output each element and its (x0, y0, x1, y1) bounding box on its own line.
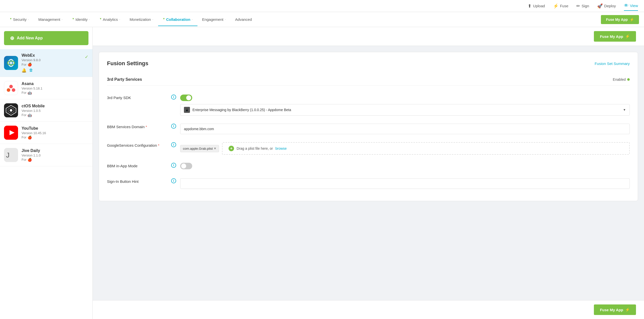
ctos-platform-icon: 🤖 (28, 113, 32, 117)
webex-info: WebEx Version 9.8.0 For 🍎 🔔 🗑 (22, 53, 88, 73)
add-new-app-button[interactable]: ⊕ Add New App (4, 31, 88, 45)
asana-platform-icon: 🤖 (28, 91, 32, 95)
tab-security[interactable]: ▼ Security • (5, 13, 34, 26)
fuse-my-app-top-label: Fuse My App (606, 18, 628, 22)
tab-analytics-label: Analytics (103, 17, 118, 22)
third-party-section-header: 3rd Party Services Enabled (107, 74, 630, 86)
toolbar-sign-label: Sign (582, 4, 589, 8)
fusion-settings-title: Fusion Settings (107, 60, 148, 67)
webex-trash-icon[interactable]: 🗑 (29, 68, 33, 73)
toolbar-sign[interactable]: ✏ Sign (576, 1, 589, 11)
app-item-jive[interactable]: J Jive Daily Version 1.1.0 For 🍎 (0, 144, 92, 166)
sdk-toggle[interactable] (180, 95, 192, 101)
enabled-badge: Enabled (613, 77, 630, 82)
tab-monetization[interactable]: Monetization • (125, 13, 158, 26)
asana-version: Version 5.18.1 (22, 87, 88, 90)
app-item-webex[interactable]: WebEx Version 9.8.0 For 🍎 🔔 🗑 ✓ (0, 49, 92, 77)
fusion-set-summary-link[interactable]: Fusion Set Summary (595, 61, 630, 66)
tab-analytics[interactable]: ▼ Analytics • (95, 13, 125, 26)
google-config-info-icon[interactable]: i (171, 142, 176, 147)
toolbar-fuse[interactable]: ⚡ Fuse (553, 1, 568, 11)
upload-icon: ⬆ (528, 3, 531, 9)
sdk-info-icon[interactable]: i (171, 95, 176, 100)
svg-point-3 (10, 62, 12, 64)
dot-identity: • (89, 18, 90, 21)
drop-zone-plus-icon: + (229, 146, 234, 151)
browse-link[interactable]: browse (275, 146, 287, 150)
webex-bell-icon[interactable]: 🔔 (22, 68, 27, 73)
tab-advanced-label: Advanced (235, 17, 252, 22)
tab-advanced[interactable]: Advanced (231, 13, 256, 26)
app-item-asana[interactable]: Asana Version 5.18.1 For 🤖 (0, 77, 92, 99)
ctos-info: ctOS Mobile Version 1.0.5 For 🤖 (22, 104, 88, 117)
sdk-label-text: 3rd Party SDK (107, 96, 131, 100)
security-arrow: ▼ (10, 17, 12, 20)
bbm-domain-info-icon[interactable]: i (171, 124, 176, 129)
bbm-mode-label: BBM in-App Mode (107, 163, 167, 168)
fuse-my-app-button-top[interactable]: Fuse My App ⚡ (594, 31, 636, 42)
toolbar-deploy-label: Deploy (604, 4, 616, 8)
fusion-settings: Fusion Settings Fusion Set Summary 3rd P… (99, 52, 638, 201)
tab-management-label: Management (38, 17, 60, 22)
asana-platform: For 🤖 (22, 91, 88, 95)
tab-identity-label: Identity (75, 17, 87, 22)
toolbar-view[interactable]: 👁 View (624, 1, 638, 11)
app-item-youtube[interactable]: YouTube Version 10.45.16 For 🍎 (0, 122, 92, 144)
ctos-icon (4, 103, 18, 117)
toolbar-upload[interactable]: ⬆ Upload (528, 1, 545, 11)
fuse-icon: ⚡ (553, 3, 559, 9)
sdk-control: 📱 Enterprise Messaging by BlackBerry (1.… (180, 95, 630, 116)
top-fuse-bar: Fuse My App ⚡ (93, 27, 644, 46)
signin-hint-control (180, 178, 630, 189)
bbm-mode-toggle[interactable] (180, 163, 192, 169)
sdk-dropdown-left: 📱 Enterprise Messaging by BlackBerry (1.… (184, 107, 291, 113)
fuse-my-app-btn-label-bottom: Fuse My App (600, 308, 623, 312)
add-plus-icon: ⊕ (10, 35, 14, 41)
tab-collaboration[interactable]: ▼ Collaboration • (158, 13, 197, 26)
dot-analytics: • (119, 18, 120, 21)
analytics-arrow: ▼ (99, 17, 102, 20)
google-config-label-text: GoogleServices Configuration (107, 143, 157, 147)
signin-hint-row: Sign-In Button Hint i (107, 174, 630, 193)
tab-engagement[interactable]: Engagement • (197, 13, 231, 26)
svg-text:J: J (6, 151, 10, 159)
app-item-ctos[interactable]: ctOS Mobile Version 1.0.5 For 🤖 (0, 99, 92, 122)
bbm-mode-info-icon[interactable]: i (171, 163, 176, 168)
youtube-info: YouTube Version 10.45.16 For 🍎 (22, 126, 88, 139)
file-tag: com.apple.Grab.plist ✕ (180, 145, 219, 152)
signin-hint-input[interactable] (180, 178, 630, 189)
identity-arrow: ▼ (72, 17, 74, 20)
sdk-label: 3rd Party SDK (107, 95, 167, 100)
toolbar-fuse-label: Fuse (560, 4, 568, 8)
webex-actions: 🔔 🗑 (22, 68, 88, 73)
sdk-dropdown[interactable]: 📱 Enterprise Messaging by BlackBerry (1.… (180, 104, 630, 116)
dot-security: • (28, 18, 29, 21)
signin-hint-info-icon[interactable]: i (171, 178, 176, 183)
youtube-icon (4, 126, 18, 140)
sdk-row: 3rd Party SDK i 📱 Enterprise Messaging b… (107, 91, 630, 120)
content-area: Fuse My App ⚡ Fusion Settings Fusion Set… (93, 27, 644, 319)
sdk-dropdown-value: Enterprise Messaging by BlackBerry (1.0.… (192, 108, 291, 112)
drop-zone[interactable]: + Drag a plist file here, or browse (222, 142, 630, 155)
sidebar: ⊕ Add New App WebEx Version 9.8.0 (0, 27, 93, 319)
fuse-my-app-top-button[interactable]: Fuse My App ⚡ (601, 15, 639, 24)
fuse-my-app-button-bottom[interactable]: Fuse My App ⚡ (594, 304, 636, 315)
tab-management[interactable]: Management • (34, 13, 67, 26)
bbm-domain-input[interactable] (180, 124, 630, 134)
fuse-my-app-btn-label-top: Fuse My App (600, 34, 623, 39)
webex-name: WebEx (22, 53, 88, 58)
google-config-control: com.apple.Grab.plist ✕ + Drag a plist fi… (180, 142, 630, 155)
jive-info: Jive Daily Version 1.1.0 For 🍎 (22, 148, 88, 162)
fusion-settings-header: Fusion Settings Fusion Set Summary (107, 60, 630, 67)
file-upload-area: com.apple.Grab.plist ✕ + Drag a plist fi… (180, 142, 630, 155)
webex-check-icon: ✓ (85, 54, 88, 60)
toolbar-deploy[interactable]: 🚀 Deploy (597, 1, 616, 11)
enabled-dot (627, 78, 630, 81)
file-remove-button[interactable]: ✕ (214, 147, 216, 150)
svg-point-4 (9, 85, 13, 88)
svg-point-5 (7, 88, 10, 92)
bbm-mode-row: BBM in-App Mode i (107, 159, 630, 174)
tab-identity[interactable]: ▼ Identity • (67, 13, 95, 26)
youtube-platform: For 🍎 (22, 135, 88, 139)
youtube-platform-icon: 🍎 (28, 135, 32, 139)
